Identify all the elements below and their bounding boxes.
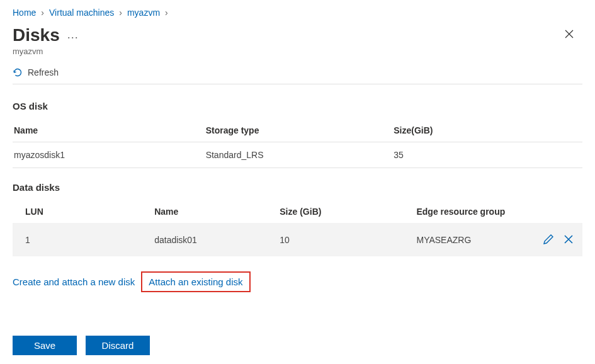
page-subtitle: myazvm — [0, 47, 595, 61]
os-cell-storage: Standard_LRS — [201, 142, 389, 168]
data-cell-lun: 1 — [13, 223, 149, 256]
os-cell-name: myazosdisk1 — [13, 142, 201, 168]
breadcrumb-home[interactable]: Home — [13, 8, 36, 18]
data-col-name: Name — [149, 200, 275, 223]
os-col-size: Size(GiB) — [388, 119, 582, 142]
data-disks-section-title: Data disks — [0, 177, 595, 198]
data-cell-erg: MYASEAZRG — [411, 223, 535, 256]
breadcrumb: Home › Virtual machines › myazvm › — [0, 0, 595, 23]
os-cell-size: 35 — [388, 142, 582, 168]
attach-existing-disk-link[interactable]: Attach an existing disk — [141, 271, 250, 292]
more-icon[interactable]: ··· — [60, 31, 79, 44]
data-col-size: Size (GiB) — [275, 200, 411, 223]
os-disk-section-title: OS disk — [0, 96, 595, 117]
edit-icon[interactable] — [540, 232, 557, 247]
chevron-right-icon: › — [119, 8, 122, 18]
data-cell-name: datadisk01 — [149, 223, 275, 256]
page-title: Disks — [13, 25, 60, 45]
os-col-storage: Storage type — [201, 119, 389, 142]
os-col-name: Name — [13, 119, 201, 142]
chevron-right-icon: › — [165, 8, 168, 18]
close-icon[interactable] — [558, 26, 580, 45]
discard-button[interactable]: Discard — [86, 336, 150, 355]
delete-icon[interactable] — [560, 232, 577, 247]
data-col-erg: Edge resource group — [411, 200, 535, 223]
data-disks-table: LUN Name Size (GiB) Edge resource group … — [13, 200, 582, 256]
create-attach-new-disk-link[interactable]: Create and attach a new disk — [13, 276, 135, 287]
breadcrumb-vm[interactable]: myazvm — [127, 8, 160, 18]
data-cell-size: 10 — [275, 223, 411, 256]
breadcrumb-virtual-machines[interactable]: Virtual machines — [49, 8, 114, 18]
refresh-label: Refresh — [28, 67, 59, 77]
data-col-lun: LUN — [13, 200, 149, 223]
data-disk-row[interactable]: 1 datadisk01 10 MYASEAZRG — [13, 223, 582, 256]
os-disk-row: myazosdisk1 Standard_LRS 35 — [13, 142, 582, 168]
save-button[interactable]: Save — [13, 336, 77, 355]
os-disk-table: Name Storage type Size(GiB) myazosdisk1 … — [13, 119, 582, 168]
refresh-button[interactable]: Refresh — [0, 61, 595, 84]
chevron-right-icon: › — [41, 8, 44, 18]
